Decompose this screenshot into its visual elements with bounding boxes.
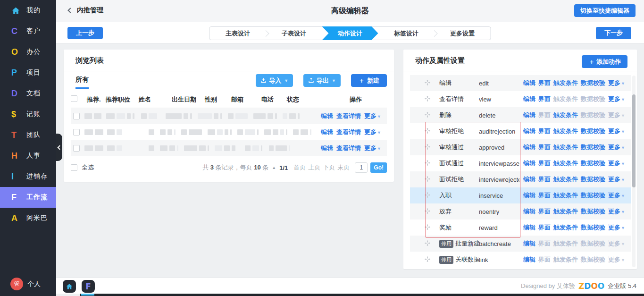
action-link[interactable]: 数据校验 xyxy=(581,159,605,168)
action-link[interactable]: 触发条件 xyxy=(553,207,578,216)
action-link[interactable]: 更多▼ xyxy=(608,223,625,232)
tab-all[interactable]: 所有 xyxy=(75,76,89,89)
drag-handle-icon[interactable] xyxy=(424,111,432,119)
drag-handle-icon[interactable] xyxy=(424,176,432,183)
action-link[interactable]: 数据校验 xyxy=(581,175,605,184)
action-link[interactable]: 编辑 xyxy=(523,79,535,87)
action-link[interactable]: 编辑 xyxy=(523,127,535,135)
action-link[interactable]: 数据校验 xyxy=(581,207,605,216)
action-link[interactable]: 编辑 xyxy=(523,191,535,200)
action-link[interactable]: 更多▼ xyxy=(608,191,625,200)
wizard-step[interactable]: 子表设计 xyxy=(266,27,322,40)
pager-link[interactable]: 末页 xyxy=(337,164,350,171)
sidebar-item[interactable]: D 文档 xyxy=(0,83,56,104)
sidebar-collapse-handle[interactable] xyxy=(56,134,62,161)
row-checkbox[interactable] xyxy=(73,113,80,119)
action-link[interactable]: 数据校验 xyxy=(581,143,605,152)
action-link[interactable]: 数据校验 xyxy=(581,95,605,103)
action-link[interactable]: 更多▼ xyxy=(608,127,625,135)
drag-handle-icon[interactable] xyxy=(424,224,432,231)
action-link[interactable]: 界面 xyxy=(538,239,551,248)
table-row[interactable]: 编辑查看详情更多▼ xyxy=(71,108,387,124)
create-button[interactable]: ＋ 新建 xyxy=(351,74,387,87)
action-link[interactable]: 数据校验 xyxy=(581,255,605,264)
action-link[interactable]: 编辑 xyxy=(523,143,535,152)
action-link[interactable]: 界面 xyxy=(538,223,551,232)
sidebar-item[interactable]: H 人事 xyxy=(0,145,56,166)
action-link[interactable]: 更多▼ xyxy=(608,79,625,87)
workflow-task-button[interactable]: F xyxy=(82,280,95,293)
action-link[interactable]: 界面 xyxy=(538,175,551,184)
action-row[interactable]: 审核拒绝 auditrejection 编辑界面触发条件数据校验更多▼ xyxy=(410,123,631,139)
action-link[interactable]: 触发条件 xyxy=(553,223,578,232)
action-row[interactable]: 面试通过 interviewpassed 编辑界面触发条件数据校验更多▼ xyxy=(410,155,631,171)
wizard-step[interactable]: 主表设计 xyxy=(210,27,266,40)
row-action-link[interactable]: 更多▼ xyxy=(364,128,381,136)
action-row[interactable]: 停用 批量新建 batchcreate 编辑界面触发条件数据校验更多▼ xyxy=(410,236,631,252)
import-button[interactable]: 导入 ▼ xyxy=(256,74,293,87)
row-action-link[interactable]: 更多▼ xyxy=(364,144,381,152)
action-link[interactable]: 编辑 xyxy=(523,239,535,248)
action-row[interactable]: 审核通过 approved 编辑界面触发条件数据校验更多▼ xyxy=(410,139,631,155)
action-link[interactable]: 数据校验 xyxy=(581,191,605,200)
row-checkbox[interactable] xyxy=(73,129,80,135)
action-link[interactable]: 数据校验 xyxy=(581,239,605,248)
action-link[interactable]: 触发条件 xyxy=(553,143,578,152)
action-link[interactable]: 界面 xyxy=(538,143,551,152)
prev-step-button[interactable]: 上一步 xyxy=(67,27,103,39)
action-link[interactable]: 更多▼ xyxy=(608,143,625,152)
sidebar-item[interactable]: 我的 xyxy=(0,0,56,21)
row-action-link[interactable]: 查看详情 xyxy=(336,144,361,152)
action-link[interactable]: 界面 xyxy=(538,127,551,135)
action-link[interactable]: 触发条件 xyxy=(553,175,578,184)
drag-handle-icon[interactable] xyxy=(424,144,432,151)
sidebar-item[interactable]: F 工作流 xyxy=(0,187,56,208)
row-action-link[interactable]: 查看详情 xyxy=(336,112,361,120)
sidebar-item[interactable]: A 阿米巴 xyxy=(0,208,56,228)
row-checkbox[interactable] xyxy=(73,145,80,152)
export-button[interactable]: 导出 ▼ xyxy=(303,74,341,87)
drag-handle-icon[interactable] xyxy=(424,79,432,87)
add-action-button[interactable]: ＋ 添加动作 xyxy=(582,55,627,68)
action-link[interactable]: 更多▼ xyxy=(608,111,625,119)
home-task-button[interactable] xyxy=(63,280,76,293)
action-row[interactable]: 放弃 noentry 编辑界面触发条件数据校验更多▼ xyxy=(410,203,631,220)
drag-handle-icon[interactable] xyxy=(424,192,432,199)
next-step-button[interactable]: 下一步 xyxy=(596,27,631,39)
switch-editor-button[interactable]: 切换至快捷编辑器 xyxy=(574,4,636,17)
sidebar-item[interactable]: O 办公 xyxy=(0,42,56,62)
row-action-link[interactable]: 编辑 xyxy=(321,112,333,120)
header-checkbox[interactable] xyxy=(71,95,77,102)
action-link[interactable]: 界面 xyxy=(538,255,551,264)
action-link[interactable]: 更多▼ xyxy=(608,239,625,248)
action-link[interactable]: 触发条件 xyxy=(553,255,578,264)
action-link[interactable]: 数据校验 xyxy=(581,223,605,232)
action-link[interactable]: 界面 xyxy=(538,159,551,168)
action-link[interactable]: 编辑 xyxy=(523,255,535,264)
table-row[interactable]: 编辑查看详情更多▼ xyxy=(71,140,387,156)
sidebar-item[interactable]: P 项目 xyxy=(0,62,56,83)
row-action-link[interactable]: 更多▼ xyxy=(364,112,381,120)
page-number-input[interactable] xyxy=(355,162,368,173)
action-link[interactable]: 更多▼ xyxy=(608,175,625,184)
sidebar-item-personal[interactable]: 管 个人 xyxy=(0,278,56,290)
avatar[interactable]: 管 xyxy=(10,278,23,290)
action-link[interactable]: 编辑 xyxy=(523,111,535,119)
sidebar-item[interactable]: C 客户 xyxy=(0,21,56,42)
row-action-link[interactable]: 查看详情 xyxy=(336,128,361,136)
wizard-step[interactable]: 标签设计 xyxy=(378,27,435,40)
action-row[interactable]: 查看详情 view 编辑界面触发条件数据校验更多▼ xyxy=(410,91,631,107)
action-row[interactable]: 面试拒绝 interviewrejected 编辑界面触发条件数据校验更多▼ xyxy=(410,171,631,187)
action-link[interactable]: 更多▼ xyxy=(608,159,625,168)
row-action-link[interactable]: 编辑 xyxy=(321,144,333,152)
action-link[interactable]: 编辑 xyxy=(523,95,535,103)
action-link[interactable]: 编辑 xyxy=(523,159,535,168)
per-page-caret-icon[interactable]: ▲ xyxy=(272,165,276,170)
drag-handle-icon[interactable] xyxy=(424,256,432,263)
pager-link[interactable]: 下页 xyxy=(323,164,335,171)
action-link[interactable]: 界面 xyxy=(538,95,551,103)
action-row[interactable]: 入职 inservice 编辑界面触发条件数据校验更多▼ xyxy=(410,187,631,203)
drag-handle-icon[interactable] xyxy=(424,95,432,103)
action-link[interactable]: 触发条件 xyxy=(553,239,578,248)
action-link[interactable]: 编辑 xyxy=(523,175,535,184)
